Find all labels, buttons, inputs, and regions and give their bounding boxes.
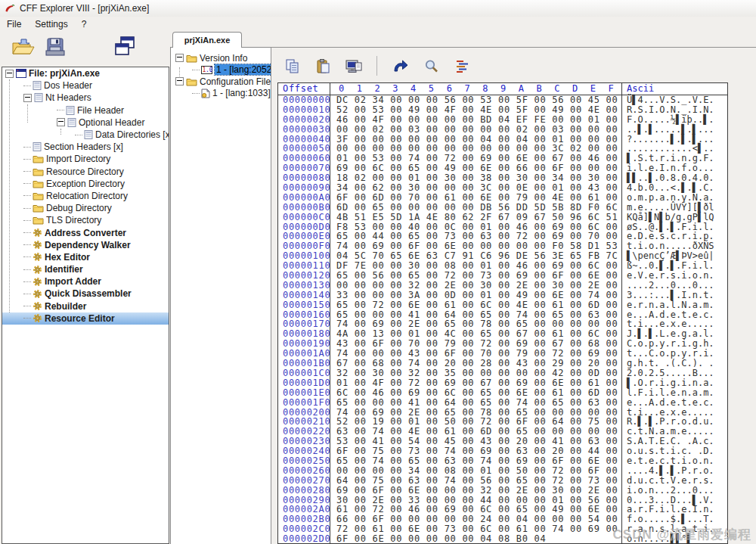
cascade-windows-icon: [113, 35, 137, 59]
sidebar-item-rebuilder[interactable]: Rebuilder: [2, 300, 169, 312]
hex-row[interactable]: 0000027064 00 75 00 63 00 74 00 56 00 65…: [278, 476, 727, 486]
sidebar-item-exception-directory[interactable]: Exception Directory: [2, 178, 169, 190]
paste-button[interactable]: [313, 56, 333, 76]
tree-item-label: File Header: [77, 105, 124, 116]
menu-settings[interactable]: Settings: [28, 17, 74, 31]
hex-row[interactable]: 0000015065 00 72 00 6E 00 61 00 6C 00 4E…: [278, 300, 727, 310]
window-title: CFF Explorer VIII - [prjXiAn.exe]: [20, 3, 149, 14]
hex-row[interactable]: 000001D001 00 4F 00 72 00 69 00 67 00 69…: [278, 378, 727, 388]
folder-icon: [186, 77, 197, 86]
sidebar-item-resource-directory[interactable]: Resource Directory: [2, 166, 169, 178]
hex-row[interactable]: 0000028069 00 6F 00 6E 00 00 00 32 00 2E…: [278, 486, 727, 496]
tree-item-label: Nt Headers: [45, 92, 91, 103]
file-tree: File: prjXiAn.exeDos HeaderNt HeadersFil…: [2, 67, 169, 325]
sidebar-item-import-directory[interactable]: Import Directory: [2, 153, 169, 165]
menu-help[interactable]: ?: [75, 17, 94, 31]
hex-ascii: ....4.▌.▌.P.r.o.: [621, 466, 714, 476]
hex-bytes: 65 00 00 00 41 00 64 00 65 00 74 00 65 0…: [330, 398, 621, 408]
window-icon: [16, 69, 26, 78]
hex-offset: 000001B0: [278, 359, 330, 368]
resource-item-configuration-files[interactable]: Configuration Files: [171, 76, 271, 88]
hex-row[interactable]: 0000002046 00 4F 00 00 00 00 00 BD 04 EF…: [278, 115, 727, 125]
collapse-toggle[interactable]: [175, 54, 184, 62]
folder-icon: [186, 54, 197, 63]
collapse-toggle[interactable]: [23, 94, 32, 102]
tree-item-label: Import Adder: [45, 276, 101, 287]
sidebar-item-address-converter[interactable]: Address Converter: [2, 226, 169, 238]
hex-row[interactable]: 0000009034 00 62 00 30 00 00 00 3C 00 0E…: [278, 183, 727, 193]
version-resource-icon: 1.0: [201, 66, 212, 74]
collapse-toggle[interactable]: [57, 118, 65, 126]
hex-bytes: 64 00 75 00 63 00 74 00 56 00 65 00 72 0…: [330, 476, 621, 486]
info-icon: [84, 130, 93, 139]
hex-offset: 00000120: [278, 271, 330, 281]
hex-header-row: Offset 0 1 2 3 4 5 6 7 8 9 A B C D E F A…: [278, 83, 727, 95]
hex-row[interactable]: 0000026000 00 00 00 34 00 08 00 01 00 50…: [278, 466, 727, 476]
hex-row[interactable]: 0000014033 00 00 00 3A 00 0D 00 01 00 49…: [278, 291, 727, 300]
sidebar-item-dependency-walker[interactable]: Dependency Walker: [2, 239, 169, 251]
copy-button[interactable]: [282, 56, 302, 76]
resource-item-1-lang-1033[interactable]: 1 - [lang:1033]: [171, 88, 271, 100]
hex-row[interactable]: 000001E06C 00 46 00 69 00 6C 00 65 00 6E…: [278, 388, 727, 398]
hex-row[interactable]: 00000000DC 02 34 00 00 00 56 00 53 00 5F…: [278, 95, 727, 105]
tree-item-label: Resource Editor: [45, 313, 115, 324]
sidebar-item-file-header[interactable]: File Header: [2, 104, 169, 117]
sidebar-item-quick-disassembler[interactable]: Quick Disassembler: [2, 288, 169, 300]
sidebar-item-identifier[interactable]: Identifier: [2, 263, 169, 275]
hex-row[interactable]: 0000025065 00 74 00 65 00 63 00 74 00 69…: [278, 456, 727, 466]
hex-row[interactable]: 000000C04B 51 E5 5D 1A 4E 80 62 2F 67 09…: [278, 213, 727, 222]
tree-item-label: Section Headers [x]: [44, 141, 123, 152]
hex-row[interactable]: 0000012065 00 56 00 65 00 72 00 73 00 69…: [278, 271, 727, 281]
sidebar-item-import-adder[interactable]: Import Adder: [2, 275, 169, 288]
resource-tree-panel: Version Info1.01 - [lang:2052]Configurat…: [170, 47, 272, 544]
hex-row[interactable]: 000000A06F 00 6D 00 70 00 61 00 6E 00 79…: [278, 193, 727, 203]
tab-prjxian-exe[interactable]: prjXiAn.exe: [172, 32, 242, 48]
export-button[interactable]: [344, 56, 364, 76]
sidebar-item-debug-directory[interactable]: Debug Directory: [2, 202, 169, 214]
sidebar-item-optional-header[interactable]: Optional Header: [2, 117, 169, 129]
open-file-button[interactable]: [9, 35, 36, 59]
hex-row[interactable]: 000001C032 00 30 00 32 00 35 00 00 00 00…: [278, 368, 727, 378]
tree-line: [23, 256, 31, 257]
sidebar-item-resource-editor[interactable]: Resource Editor: [2, 312, 169, 325]
sidebar-item-section-headers-x[interactable]: Section Headers [x]: [2, 141, 169, 153]
tree-item-label: 1 - [lang:1033]: [212, 88, 271, 98]
hex-bytes: 00 00 02 00 03 00 00 00 00 00 02 00 03 0…: [330, 125, 621, 135]
resource-item-version-info[interactable]: Version Info: [171, 52, 271, 64]
menu-file[interactable]: File: [0, 17, 28, 31]
watermark: CSDN @流星雨爱编程: [613, 526, 751, 543]
hex-ascii: o.m.p.a.n.y.N.a.: [621, 193, 714, 203]
sidebar-item-data-directories-x[interactable]: Data Directories [x]: [2, 129, 169, 141]
folder-icon: [33, 204, 44, 213]
hex-offset: 00000000: [278, 95, 330, 105]
magnifier-icon: [423, 58, 439, 74]
sidebar-item-hex-editor[interactable]: Hex Editor: [2, 251, 169, 263]
hex-row[interactable]: 000001B067 00 68 00 74 00 20 00 28 00 43…: [278, 359, 727, 368]
hex-row[interactable]: 000001F065 00 00 00 41 00 64 00 65 00 74…: [278, 398, 727, 408]
sidebar-item-relocation-directory[interactable]: Relocation Directory: [2, 190, 169, 202]
resource-item-1-lang-2052[interactable]: 1.01 - [lang:2052]: [171, 64, 271, 76]
sidebar-item-tls-directory[interactable]: TLS Directory: [2, 214, 169, 226]
find-button[interactable]: [421, 56, 441, 76]
hex-table: Offset 0 1 2 3 4 5 6 7 8 9 A B C D E F A…: [277, 82, 728, 544]
sidebar-item-file-prjxian-exe[interactable]: File: prjXiAn.exe: [2, 67, 169, 79]
hex-row[interactable]: 0000003000 00 02 00 03 00 00 00 00 00 02…: [278, 125, 727, 135]
goto-offset-button[interactable]: [390, 56, 410, 76]
tree-line: [23, 232, 31, 233]
save-icon: [45, 36, 66, 58]
hex-bytes: 69 00 6F 00 6E 00 00 00 32 00 2E 00 30 0…: [330, 486, 621, 496]
sidebar-item-nt-headers[interactable]: Nt Headers: [2, 92, 169, 104]
hex-row[interactable]: 000000B06D 00 65 00 00 00 00 00 DB 56 DD…: [278, 203, 727, 213]
windows-button[interactable]: [110, 33, 139, 61]
sidebar-item-dos-header[interactable]: Dos Header: [2, 79, 169, 92]
collapse-toggle[interactable]: [5, 70, 14, 78]
hex-bytes: 4B 51 E5 5D 1A 4E 80 62 2F 67 09 67 50 9…: [330, 213, 621, 222]
title-bar: CFF Explorer VIII - [prjXiAn.exe]: [0, 0, 756, 17]
tree-line: [23, 318, 31, 319]
hex-row[interactable]: 0000013000 00 00 00 32 00 2E 00 30 00 2E…: [278, 281, 727, 291]
save-file-button[interactable]: [42, 35, 68, 59]
hex-row[interactable]: 0000001052 00 53 00 49 00 4F 00 4E 00 5F…: [278, 105, 727, 115]
collapse-toggle[interactable]: [175, 77, 184, 85]
format-button[interactable]: [452, 56, 472, 76]
info-icon: [67, 118, 76, 127]
